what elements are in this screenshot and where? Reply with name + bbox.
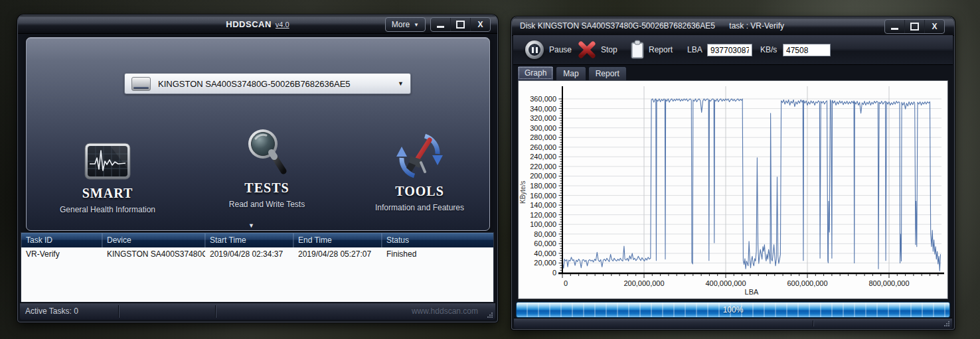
svg-text:100,000: 100,000: [530, 220, 556, 228]
maximize-button[interactable]: [904, 20, 924, 33]
table-row[interactable]: VR-Verify KINGSTON SA400S37480G-... 2019…: [21, 247, 493, 261]
tools-label: TOOLS: [347, 184, 493, 199]
pause-icon: [529, 44, 540, 56]
main-title-bar[interactable]: HDDSCANv4.0 More ▼ X: [18, 15, 497, 34]
svg-text:0: 0: [564, 279, 568, 287]
close-icon: X: [932, 22, 937, 31]
maximize-icon: [456, 21, 465, 29]
task-title-bar[interactable]: Disk KINGSTON SA400S37480G-50026B7682636…: [512, 17, 954, 36]
chevron-down-icon: ▼: [414, 22, 419, 28]
more-button[interactable]: More ▼: [385, 17, 426, 32]
svg-text:140,000: 140,000: [530, 201, 556, 209]
tab-graph[interactable]: Graph: [517, 66, 554, 80]
tests-section-button[interactable]: TESTS Read and Write Tests: [194, 127, 340, 209]
stop-label[interactable]: Stop: [601, 45, 617, 54]
svg-text:200,000,000: 200,000,000: [623, 279, 664, 287]
kbs-label: KB/s: [760, 45, 777, 54]
report-icon[interactable]: [630, 40, 645, 60]
minimize-icon: [891, 28, 898, 30]
collapse-panel-arrow[interactable]: ▼: [248, 222, 254, 229]
report-label[interactable]: Report: [649, 45, 673, 54]
svg-text:400,000,000: 400,000,000: [705, 279, 746, 287]
cell-status: Finished: [382, 247, 493, 261]
cell-start-time: 2019/04/28 02:34:37: [205, 247, 293, 261]
svg-text:80,000: 80,000: [534, 230, 556, 238]
progress-percent: 100%: [723, 305, 744, 314]
svg-text:60,000: 60,000: [534, 239, 556, 247]
tests-sublabel: Read and Write Tests: [194, 200, 340, 209]
column-header-status[interactable]: Status: [382, 233, 493, 247]
app-title-text: HDDSCAN: [226, 19, 272, 29]
svg-text:200,000: 200,000: [530, 172, 556, 180]
cell-task-id: VR-Verify: [21, 247, 102, 261]
version-link[interactable]: v4.0: [276, 21, 289, 29]
status-divider: [813, 320, 814, 326]
status-divider: [215, 305, 216, 318]
status-divider: [118, 305, 120, 318]
drive-selector-value: KINGSTON SA400S37480G-50026B7682636AE5: [158, 79, 351, 89]
window-controls: X: [884, 19, 945, 34]
magnifier-icon: [194, 127, 340, 175]
task-table: Task ID Device Start Time End Time Statu…: [21, 232, 494, 303]
tools-sublabel: Information and Features: [347, 203, 493, 212]
drive-selector-dropdown[interactable]: KINGSTON SA400S37480G-50026B7682636AE5 ▼: [124, 73, 411, 94]
column-header-end-time[interactable]: End Time: [293, 233, 382, 247]
close-button[interactable]: X: [924, 20, 944, 33]
pause-button[interactable]: [525, 40, 544, 59]
minimize-button[interactable]: [431, 18, 450, 31]
svg-text:160,000: 160,000: [530, 192, 556, 200]
tab-map[interactable]: Map: [556, 66, 586, 80]
active-tasks-label: Active Tasks: 0: [20, 306, 78, 316]
main-status-bar: Active Tasks: 0 www.hddscan.com: [20, 303, 495, 320]
column-header-task-id[interactable]: Task ID: [21, 233, 102, 247]
task-table-header: Task ID Device Start Time End Time Statu…: [21, 233, 493, 247]
tools-section-button[interactable]: TOOLS Information and Features: [347, 131, 493, 212]
resize-grip[interactable]: [943, 320, 949, 326]
svg-text:180,000: 180,000: [530, 182, 556, 190]
progress-bar: 100%: [516, 302, 950, 318]
stop-icon[interactable]: [577, 40, 597, 59]
drive-icon: [131, 77, 151, 91]
task-window-title: Disk KINGSTON SA400S37480G-50026B7682636…: [520, 17, 784, 34]
resize-grip[interactable]: [487, 312, 493, 318]
svg-text:600,000,000: 600,000,000: [787, 279, 827, 287]
svg-text:280,000: 280,000: [530, 133, 556, 141]
smart-monitor-icon: [35, 133, 181, 180]
tab-report[interactable]: Report: [588, 66, 627, 80]
svg-text:260,000: 260,000: [530, 143, 556, 151]
chevron-down-icon: ▼: [398, 80, 404, 87]
column-header-start-time[interactable]: Start Time: [205, 233, 293, 247]
website-link[interactable]: www.hddscan.com: [412, 303, 478, 320]
svg-text:300,000: 300,000: [530, 124, 556, 132]
svg-text:KByte/s: KByte/s: [519, 181, 527, 204]
tools-refresh-hammer-icon: [347, 131, 493, 178]
smart-label: SMART: [35, 186, 181, 201]
speed-line-chart: 020,00040,00060,00080,000100,000120,0001…: [519, 81, 947, 299]
svg-text:320,000: 320,000: [530, 114, 556, 122]
svg-text:220,000: 220,000: [530, 163, 556, 170]
svg-text:120,000: 120,000: [530, 211, 556, 219]
pause-label[interactable]: Pause: [549, 45, 572, 54]
column-header-device[interactable]: Device: [102, 233, 205, 247]
hddscan-main-window: HDDSCANv4.0 More ▼ X KINGSTON SA400S3748…: [17, 15, 498, 322]
maximize-icon: [910, 23, 919, 31]
task-title-task: task : VR-Verify: [729, 21, 784, 31]
maximize-button[interactable]: [450, 18, 470, 31]
close-icon: X: [477, 20, 483, 29]
speed-graph-panel: 020,00040,00060,00080,000100,000120,0001…: [518, 80, 948, 299]
task-window: Disk KINGSTON SA400S37480G-50026B7682636…: [511, 17, 955, 330]
close-button[interactable]: X: [470, 18, 490, 31]
task-toolbar: Pause Stop Report LBA KB/s: [513, 35, 953, 65]
lba-input[interactable]: [707, 44, 752, 56]
minimize-button[interactable]: [885, 20, 904, 33]
cell-end-time: 2019/04/28 05:27:07: [293, 247, 382, 261]
tests-label: TESTS: [194, 180, 340, 196]
kbs-input[interactable]: [783, 44, 831, 56]
svg-text:240,000: 240,000: [530, 153, 556, 161]
smart-section-button[interactable]: SMART General Health Information: [35, 133, 181, 214]
svg-text:40,000: 40,000: [534, 249, 556, 257]
lba-label: LBA: [687, 45, 702, 54]
cell-device: KINGSTON SA400S37480G-...: [102, 247, 205, 261]
svg-text:360,000: 360,000: [530, 95, 556, 103]
tab-bar: Graph Map Report: [517, 65, 627, 80]
